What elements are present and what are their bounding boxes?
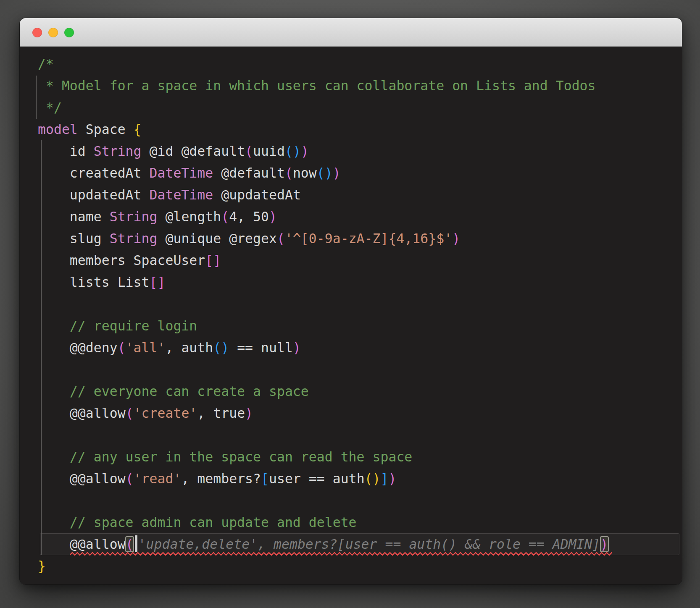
code-token-text: now: [293, 165, 317, 181]
code-token-text: , auth: [165, 340, 213, 355]
code-line[interactable]: // require login: [38, 315, 682, 337]
code-line[interactable]: */: [38, 97, 682, 118]
code-token-text: @length: [157, 209, 221, 224]
code-token-text: user == auth: [269, 471, 365, 486]
code-line[interactable]: createdAt DateTime @default(now()): [38, 162, 682, 184]
code-line[interactable]: name String @length(4, 50): [38, 206, 682, 228]
code-token-bracket1: }: [38, 558, 46, 574]
code-token-bracket2: (: [245, 144, 253, 159]
code-token-bracket2: (: [221, 209, 229, 224]
code-line[interactable]: @@allow('update,delete', members?[user =…: [38, 533, 682, 555]
code-token-text: id: [38, 144, 94, 159]
code-token-bracket3: (): [213, 340, 229, 355]
code-token-string: 'all': [126, 340, 166, 355]
code-token-comment: * Model for a space in which users can c…: [38, 78, 596, 93]
code-token-bracket2: ): [245, 406, 253, 421]
code-token-text: slug: [38, 231, 110, 246]
code-editor-area[interactable]: /* * Model for a space in which users ca…: [20, 47, 682, 584]
code-line[interactable]: [38, 490, 682, 511]
code-line[interactable]: @@allow('create', true): [38, 402, 682, 424]
matched-open-paren: (: [126, 537, 134, 552]
zoom-button[interactable]: [64, 28, 74, 37]
code-token-text: 4, 50: [229, 209, 269, 224]
code-token-comment: /*: [38, 56, 54, 71]
code-token-bracket2: (: [126, 471, 134, 486]
code-line[interactable]: id String @id @default(uuid()): [38, 140, 682, 162]
code-token-text: @@allow: [38, 537, 126, 552]
code-token-bracket1: {: [134, 122, 142, 137]
code-token-text: @@deny: [38, 340, 118, 355]
code-token-string: 'create': [134, 406, 197, 421]
code-line[interactable]: model Space {: [38, 118, 682, 140]
code-line[interactable]: }: [38, 555, 682, 577]
code-token-bracket2: ): [452, 231, 460, 246]
code-token-text: @default: [213, 165, 285, 181]
code-line[interactable]: [38, 424, 682, 446]
code-token-bracket2: ): [293, 340, 301, 355]
code-line[interactable]: [38, 359, 682, 380]
code-line[interactable]: /*: [38, 53, 682, 75]
code-token-text: members SpaceUser: [38, 253, 205, 268]
code-token-text: == null: [229, 340, 293, 355]
code-token-text: @unique @regex: [157, 231, 276, 246]
code-line[interactable]: @@allow('read', members?[user == auth()]…: [38, 468, 682, 490]
code-token-bracket2: []: [205, 253, 221, 268]
code-token-text: , members?: [181, 471, 261, 486]
code-token-type: DateTime: [150, 187, 213, 202]
minimize-button[interactable]: [48, 28, 58, 37]
code-line[interactable]: lists List[]: [38, 271, 682, 293]
code-line[interactable]: slug String @unique @regex('^[0-9a-zA-Z]…: [38, 228, 682, 249]
code-token-text: , true: [197, 406, 245, 421]
code-token-text: @id @default: [142, 144, 245, 159]
code-token-comment: // require login: [38, 318, 197, 333]
traffic-lights: [32, 18, 74, 47]
code-token-string: '^[0-9a-zA-Z]{4,16}$': [285, 231, 452, 246]
close-button[interactable]: [32, 28, 42, 37]
code-line[interactable]: // everyone can create a space: [38, 380, 682, 402]
code-token-bracket1: (): [365, 471, 381, 486]
code-token-text: @updatedAt: [213, 187, 301, 202]
code-line[interactable]: @@deny('all', auth() == null): [38, 337, 682, 359]
code-token-comment: // any user in the space can read the sp…: [38, 449, 412, 464]
code-token-bracket3: [: [261, 471, 269, 486]
code-token-text: createdAt: [38, 165, 150, 181]
code-token-comment: // space admin can update and delete: [38, 515, 357, 530]
code-token-text: uuid: [253, 144, 285, 159]
code-token-bracket3: (): [285, 144, 301, 159]
text-cursor: [135, 535, 137, 552]
code-token-string: 'read': [134, 471, 182, 486]
code-token-type: String: [110, 209, 158, 224]
error-squiggle: [70, 552, 612, 556]
code-token-comment: */: [38, 100, 62, 115]
code-line[interactable]: updatedAt DateTime @updatedAt: [38, 184, 682, 206]
code-token-text: @@allow: [38, 406, 126, 421]
code-token-bracket2: (: [277, 231, 285, 246]
code-token-keyword: model: [38, 122, 78, 137]
code-token-bracket2: (: [285, 165, 293, 181]
code-token-text: Space: [78, 122, 134, 137]
code-line[interactable]: members SpaceUser[]: [38, 249, 682, 271]
inline-suggestion-ghost-text: 'update,delete', members?[user == auth()…: [138, 537, 600, 552]
code-token-bracket3: ]: [381, 471, 389, 486]
code-token-bracket2: (: [126, 406, 134, 421]
code-lines: /* * Model for a space in which users ca…: [38, 53, 682, 577]
code-token-bracket2: []: [150, 275, 166, 290]
code-token-bracket2: (: [118, 340, 126, 355]
code-line[interactable]: * Model for a space in which users can c…: [38, 75, 682, 97]
code-token-text: updatedAt: [38, 187, 150, 202]
matched-close-paren: ): [600, 537, 608, 552]
code-line[interactable]: // any user in the space can read the sp…: [38, 446, 682, 468]
editor-window: /* * Model for a space in which users ca…: [20, 18, 682, 584]
code-token-bracket2: ): [269, 209, 277, 224]
code-token-type: String: [110, 231, 158, 246]
code-token-text: name: [38, 209, 110, 224]
code-line[interactable]: // space admin can update and delete: [38, 511, 682, 533]
code-token-bracket2: ): [301, 144, 309, 159]
code-token-type: DateTime: [150, 165, 213, 181]
code-token-comment: // everyone can create a space: [38, 384, 309, 399]
code-line[interactable]: [38, 293, 682, 315]
code-token-text: lists List: [38, 275, 150, 290]
window-titlebar[interactable]: [20, 18, 682, 47]
code-token-text: @@allow: [38, 471, 126, 486]
code-token-bracket2: ): [333, 165, 341, 181]
